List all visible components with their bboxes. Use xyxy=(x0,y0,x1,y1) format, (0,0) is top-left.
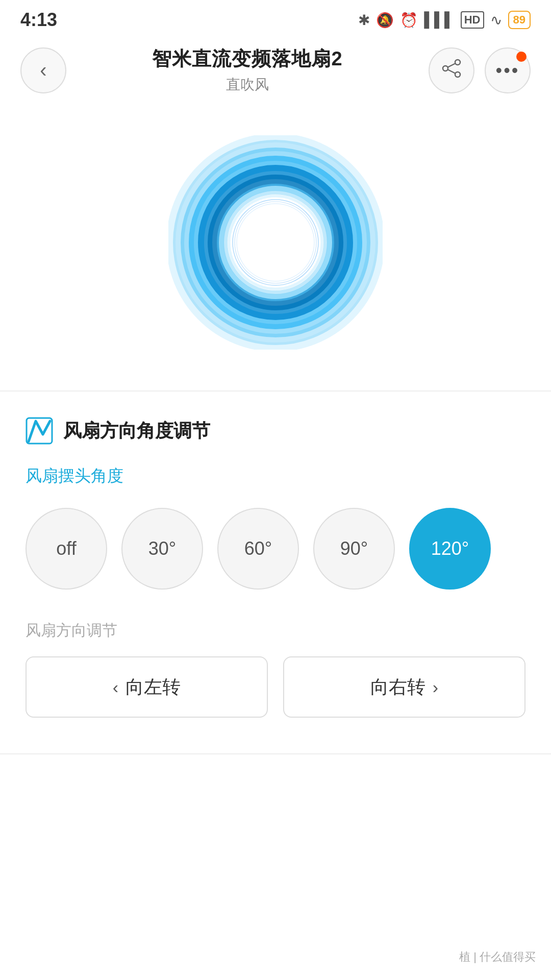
chevron-right-icon: › xyxy=(433,677,438,697)
angle-btn-30[interactable]: 30° xyxy=(121,508,203,590)
angle-30-label: 30° xyxy=(148,538,176,559)
svg-point-1 xyxy=(443,66,448,71)
status-bar: 4:13 ✱ 🔕 ⏰ ▌▌▌ HD ∿ 89 xyxy=(0,0,551,36)
chevron-left-icon: ‹ xyxy=(113,677,118,697)
turn-right-button[interactable]: 向右转 › xyxy=(283,656,525,718)
section-header: 风扇方向角度调节 xyxy=(26,417,525,445)
svg-point-2 xyxy=(455,72,460,77)
angle-btn-120[interactable]: 120° xyxy=(409,508,491,590)
more-icon: ••• xyxy=(496,60,520,81)
back-icon: ‹ xyxy=(40,59,46,82)
wifi-icon: ∿ xyxy=(490,12,502,29)
status-icons: ✱ 🔕 ⏰ ▌▌▌ HD ∿ 89 xyxy=(358,11,531,29)
turn-left-button[interactable]: ‹ 向左转 xyxy=(26,656,268,718)
direction-label: 风扇方向调节 xyxy=(26,620,525,641)
svg-point-0 xyxy=(455,60,460,65)
angle-60-label: 60° xyxy=(244,538,272,559)
share-button[interactable] xyxy=(429,47,474,93)
alarm-icon: ⏰ xyxy=(400,12,418,29)
more-button[interactable]: ••• xyxy=(485,47,531,93)
section-title: 风扇方向角度调节 xyxy=(63,419,210,444)
angle-off-label: off xyxy=(56,538,76,559)
notification-dot xyxy=(516,52,527,62)
share-icon xyxy=(441,58,462,83)
svg-point-14 xyxy=(232,199,319,286)
angle-90-label: 90° xyxy=(340,538,368,559)
angle-120-label: 120° xyxy=(431,538,469,559)
battery-indicator: 89 xyxy=(508,11,531,29)
fan-visual-container[interactable] xyxy=(0,105,551,390)
device-name: 智米直流变频落地扇2 xyxy=(66,46,429,72)
section-icon xyxy=(26,417,53,445)
watermark: 植 | 什么值得买 xyxy=(459,949,536,965)
angle-options: off 30° 60° 90° 120° xyxy=(26,508,525,590)
direction-buttons: ‹ 向左转 向右转 › xyxy=(26,656,525,718)
mute-icon: 🔕 xyxy=(376,12,394,29)
svg-line-4 xyxy=(448,69,455,73)
status-time: 4:13 xyxy=(20,9,57,31)
angle-btn-60[interactable]: 60° xyxy=(217,508,299,590)
angle-btn-90[interactable]: 90° xyxy=(313,508,395,590)
bluetooth-icon: ✱ xyxy=(358,12,370,29)
header-center: 智米直流变频落地扇2 直吹风 xyxy=(66,46,429,94)
turn-right-label: 向右转 xyxy=(370,675,425,700)
fan-direction-section: 风扇方向角度调节 风扇摆头角度 off 30° 60° 90° 120° 风扇方… xyxy=(0,391,551,753)
hd-icon: HD xyxy=(461,11,484,29)
battery-level: 89 xyxy=(513,13,525,27)
device-mode: 直吹风 xyxy=(66,75,429,94)
back-button[interactable]: ‹ xyxy=(20,47,66,93)
turn-left-label: 向左转 xyxy=(126,675,181,700)
app-header: ‹ 智米直流变频落地扇2 直吹风 ••• xyxy=(0,36,551,105)
angle-btn-off[interactable]: off xyxy=(26,508,107,590)
signal-icon: ▌▌▌ xyxy=(424,12,455,28)
fan-ring xyxy=(168,135,383,350)
svg-line-3 xyxy=(448,63,455,67)
angle-label: 风扇摆头角度 xyxy=(26,465,525,487)
divider-bottom xyxy=(0,753,551,754)
